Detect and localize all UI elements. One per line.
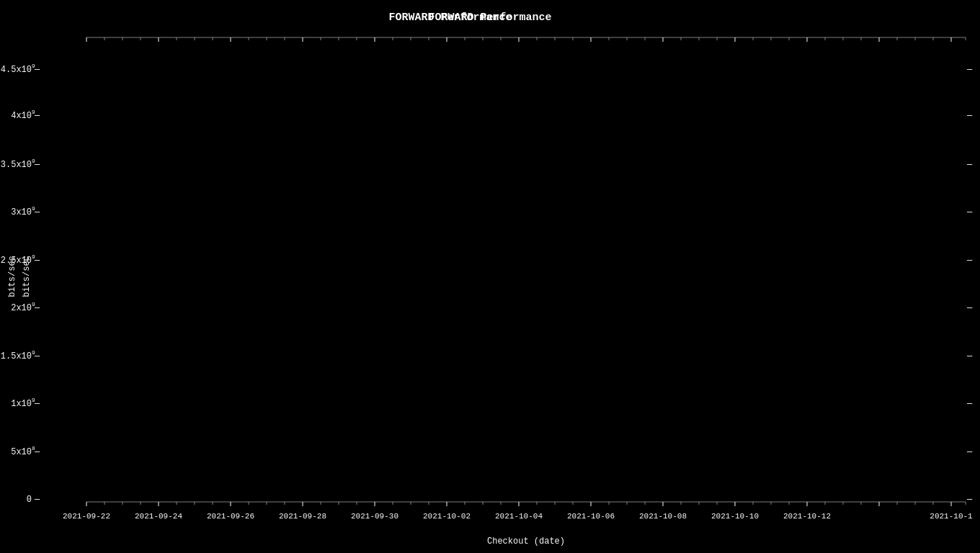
y-tick-0: — (34, 495, 40, 505)
top-tick-marks: FORWARD Performance (1, 12, 973, 505)
x-date-3: 2021-09-26 (207, 512, 254, 521)
x-date-7: 2021-10-04 (495, 512, 543, 521)
chart-svg: FORWARD Performance (0, 0, 980, 553)
x-date-4: 2021-09-28 (279, 512, 326, 521)
x-date-12: 2021-10-1 (930, 512, 973, 521)
y-tick-25e9: — (34, 256, 40, 266)
y-tick-45e9: — (34, 65, 40, 75)
chart-container: FORWARD Performance bits/sec FORWARD Per… (0, 0, 980, 553)
top-ticks-group (86, 37, 966, 42)
y-label-4e9: 4x10 (11, 111, 32, 121)
x-axis-title: Checkout (date) (487, 536, 565, 547)
x-date-9: 2021-10-08 (639, 512, 687, 521)
y-right-dash-5: — (966, 256, 973, 266)
y-right-dash-10: — (966, 495, 973, 505)
y-right-dash-2: — (966, 111, 973, 121)
y-label-1e9: 1x10 (11, 399, 32, 409)
y-label-15e9: 1.5x10 (1, 351, 32, 361)
x-date-6: 2021-10-02 (423, 512, 471, 521)
x-date-5: 2021-09-30 (351, 512, 398, 521)
x-date-2: 2021-09-24 (135, 512, 182, 521)
y-tick-15e9: — (34, 351, 40, 361)
y-label-0: 0 (27, 495, 32, 505)
y-right-dash-1: — (966, 65, 973, 75)
y-right-dash-7: — (966, 351, 973, 361)
y-axis-title: bits/sec (7, 256, 17, 297)
y-tick-1e9: — (34, 399, 40, 409)
y-right-dash-8: — (966, 399, 973, 409)
x-date-1: 2021-09-22 (63, 512, 110, 521)
y-label-2e9: 2x10 (11, 303, 32, 313)
y-tick-3e9: — (34, 207, 40, 217)
y-tick-2e9: — (34, 303, 40, 313)
y-label-45e9: 4.5x10 (1, 65, 32, 75)
y-label-35e9: 3.5x10 (1, 160, 32, 170)
x-date-10: 2021-10-10 (711, 512, 759, 521)
y-right-dash-3: — (966, 160, 973, 170)
x-ticks-group (86, 502, 966, 506)
x-date-11: 2021-10-12 (783, 512, 831, 521)
y-right-dash-6: — (966, 303, 973, 313)
y-right-dash-4: — (966, 207, 973, 217)
y-tick-35e9: — (34, 160, 40, 170)
y-label-5e8: 5x10 (11, 447, 32, 457)
y-tick-5e8: — (34, 447, 40, 457)
y-label-3e9: 3x10 (11, 207, 32, 217)
y-right-dash-9: — (966, 447, 973, 457)
y-tick-4e9: — (34, 111, 40, 121)
x-date-8: 2021-10-06 (567, 512, 615, 521)
svg-title: FORWARD Performance (388, 12, 512, 24)
